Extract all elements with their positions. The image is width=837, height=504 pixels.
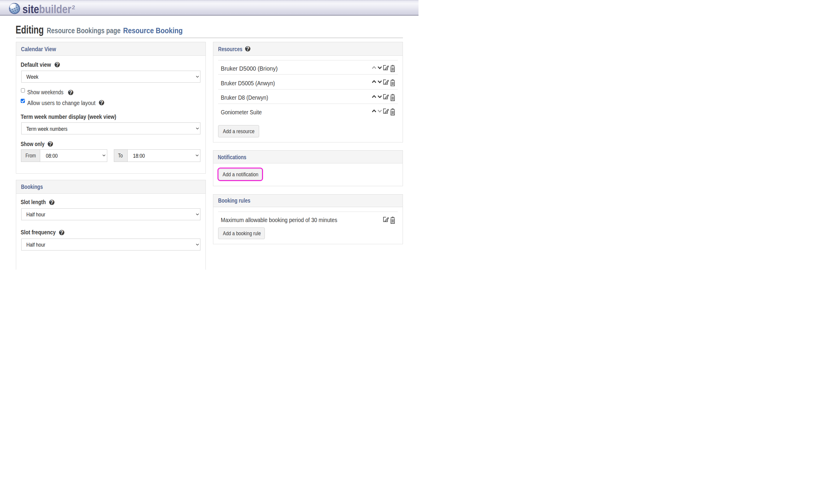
svg-text:?: ? — [60, 230, 63, 235]
svg-text:?: ? — [49, 141, 52, 147]
svg-text:?: ? — [100, 100, 103, 105]
svg-text:?: ? — [246, 46, 249, 52]
svg-text:?: ? — [55, 62, 59, 67]
svg-text:?: ? — [69, 90, 72, 95]
svg-text:?: ? — [50, 200, 53, 205]
